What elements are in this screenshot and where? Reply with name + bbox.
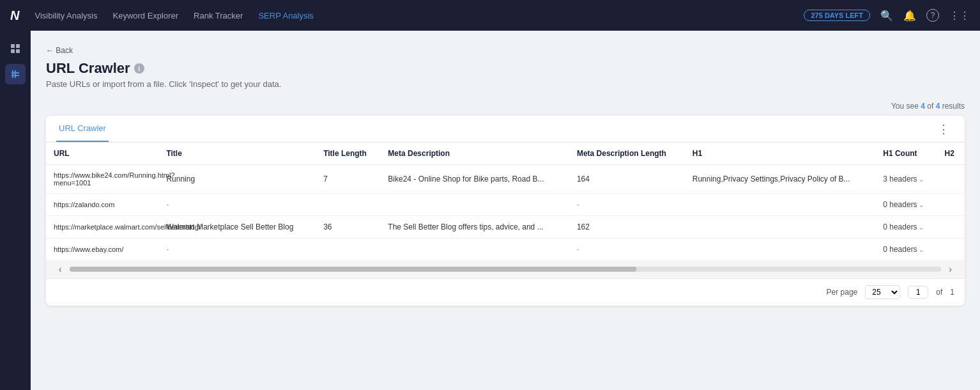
tab-url-crawler[interactable]: URL Crawler — [56, 116, 109, 142]
scroll-left-button[interactable]: ‹ — [56, 263, 65, 276]
chevron-icon-0: ⌄ — [919, 176, 924, 183]
cell-meta-length-0: 164 — [569, 165, 685, 194]
main-card: URL Crawler ⋮ URL Title Title Length Met… — [46, 116, 965, 306]
table-row: https://zalando.com - - 0 headers ⌄ — [46, 194, 965, 216]
col-h2: H2 — [937, 143, 965, 165]
cell-h1-count-1[interactable]: 0 headers ⌄ — [875, 194, 937, 216]
bell-icon[interactable]: 🔔 — [903, 10, 916, 22]
page-number-input[interactable] — [908, 286, 928, 299]
sidebar-grid-icon[interactable] — [5, 38, 26, 59]
chevron-icon-1: ⌄ — [919, 201, 924, 208]
main-content: ← Back URL Crawler i Paste URLs or impor… — [31, 31, 980, 390]
cell-h2-2 — [937, 216, 965, 238]
scroll-bar-area: ‹ › — [46, 260, 965, 278]
cell-h1-1 — [685, 194, 876, 216]
cell-h1-count-3[interactable]: 0 headers ⌄ — [875, 238, 937, 261]
svg-rect-0 — [11, 44, 15, 48]
col-title: Title — [158, 143, 316, 165]
svg-rect-1 — [16, 44, 20, 48]
cell-url-0: https://www.bike24.com/Running.html?menu… — [46, 165, 158, 194]
nav-rank[interactable]: Rank Tracker — [194, 11, 243, 20]
cell-title-length-0: 7 — [316, 165, 380, 194]
scroll-track[interactable] — [70, 267, 942, 272]
per-page-label: Per page — [827, 288, 858, 297]
total-pages: 1 — [950, 288, 954, 297]
col-h1: H1 — [685, 143, 876, 165]
of-label: of — [936, 288, 942, 297]
svg-rect-2 — [11, 49, 15, 53]
data-table: URL Title Title Length Meta Description … — [46, 143, 965, 260]
cell-title-3: - — [158, 238, 316, 261]
logo: N — [10, 8, 19, 23]
nav-keyword[interactable]: Keyword Explorer — [112, 11, 178, 20]
nav-serp[interactable]: SERP Analysis — [258, 11, 313, 20]
days-left-badge: 275 DAYS LEFT — [804, 10, 870, 21]
per-page-select[interactable]: 25 50 100 — [865, 285, 900, 299]
cell-url-1: https://zalando.com — [46, 194, 158, 216]
back-link[interactable]: ← Back — [46, 46, 965, 55]
nav-right: 275 DAYS LEFT 🔍 🔔 ? ⋮⋮ — [804, 9, 970, 22]
chevron-icon-3: ⌄ — [919, 246, 924, 253]
info-icon[interactable]: i — [134, 63, 144, 74]
cell-h1-count-0[interactable]: 3 headers ⌄ — [875, 165, 937, 194]
nav-links: Visibility Analysis Keyword Explorer Ran… — [34, 11, 804, 20]
cell-title-0: Running — [158, 165, 316, 194]
headers-badge-1[interactable]: 0 headers ⌄ — [883, 200, 923, 209]
cell-h1-count-2[interactable]: 0 headers ⌄ — [875, 216, 937, 238]
cell-h2-0 — [937, 165, 965, 194]
cell-meta-length-1: - — [569, 194, 685, 216]
cell-meta-0: Bike24 - Online Shop for Bike parts, Roa… — [380, 165, 569, 194]
table-row: https://www.ebay.com/ - - 0 headers ⌄ — [46, 238, 965, 261]
headers-badge-3[interactable]: 0 headers ⌄ — [883, 245, 923, 254]
cell-h2-1 — [937, 194, 965, 216]
help-icon[interactable]: ? — [926, 9, 939, 22]
table-row: https://marketplace.walmart.com/sellbett… — [46, 216, 965, 238]
cell-title-1: - — [158, 194, 316, 216]
tab-bar: URL Crawler ⋮ — [46, 116, 965, 143]
headers-badge-0[interactable]: 3 headers ⌄ — [883, 175, 923, 183]
results-info: You see 4 of 4 results — [46, 102, 965, 111]
cell-meta-1 — [380, 194, 569, 216]
cell-title-length-1 — [316, 194, 380, 216]
col-meta-desc: Meta Description — [380, 143, 569, 165]
grid-apps-icon[interactable]: ⋮⋮ — [949, 10, 970, 22]
nav-visibility[interactable]: Visibility Analysis — [34, 11, 97, 20]
cell-meta-2: The Sell Better Blog offers tips, advice… — [380, 216, 569, 238]
cell-title-length-2: 36 — [316, 216, 380, 238]
cell-h2-3 — [937, 238, 965, 261]
tab-menu-button[interactable]: ⋮ — [933, 120, 954, 139]
cell-url-2: https://marketplace.walmart.com/sellbett… — [46, 216, 158, 238]
cell-meta-3 — [380, 238, 569, 261]
headers-badge-2[interactable]: 0 headers ⌄ — [883, 222, 923, 231]
cell-url-3: https://www.ebay.com/ — [46, 238, 158, 261]
svg-rect-3 — [16, 49, 20, 53]
sidebar — [0, 31, 31, 390]
col-h1-count: H1 Count — [875, 143, 937, 165]
cell-h1-0: Running,Privacy Settings,Privacy Policy … — [685, 165, 876, 194]
top-nav: N Visibility Analysis Keyword Explorer R… — [0, 0, 980, 31]
cell-title-2: Walmart Marketplace Sell Better Blog — [158, 216, 316, 238]
table-container: URL Title Title Length Meta Description … — [46, 143, 965, 260]
sidebar-tool-icon[interactable] — [5, 64, 26, 84]
page-subtitle: Paste URLs or import from a file. Click … — [46, 79, 965, 89]
tabs: URL Crawler — [56, 116, 119, 142]
cell-meta-length-3: - — [569, 238, 685, 261]
col-meta-desc-length: Meta Description Length — [569, 143, 685, 165]
cell-h1-3 — [685, 238, 876, 261]
cell-meta-length-2: 162 — [569, 216, 685, 238]
col-url: URL — [46, 143, 158, 165]
scroll-right-button[interactable]: › — [946, 263, 954, 276]
table-row: https://www.bike24.com/Running.html?menu… — [46, 165, 965, 194]
scroll-thumb — [70, 267, 636, 272]
search-icon[interactable]: 🔍 — [880, 10, 893, 22]
chevron-icon-2: ⌄ — [919, 224, 924, 231]
page-title: URL Crawler i — [46, 60, 965, 77]
col-title-length: Title Length — [316, 143, 380, 165]
cell-h1-2 — [685, 216, 876, 238]
cell-title-length-3 — [316, 238, 380, 261]
pagination-bar: Per page 25 50 100 of 1 — [46, 278, 965, 306]
